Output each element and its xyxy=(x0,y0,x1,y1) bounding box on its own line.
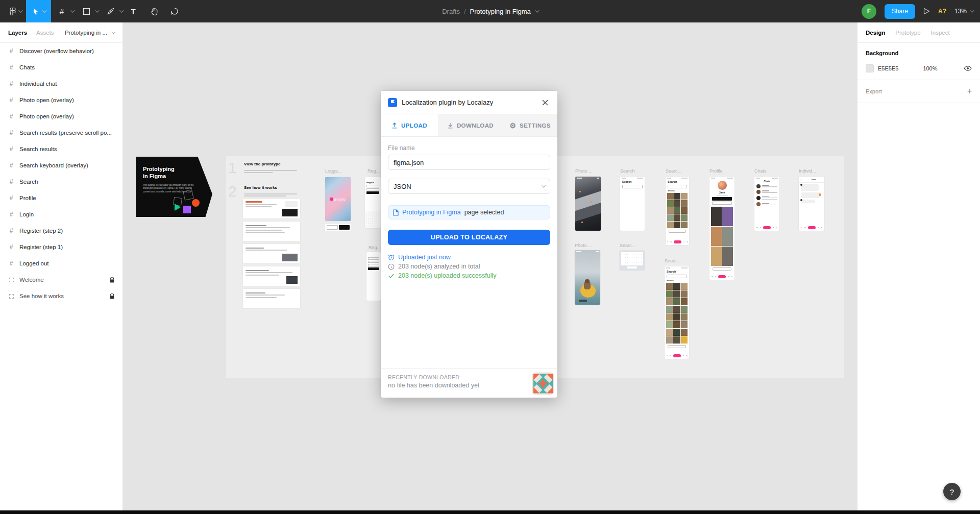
thumb-search-results[interactable]: Search Animals xyxy=(666,177,689,245)
layer-row[interactable]: See how it works xyxy=(0,288,122,304)
layer-row[interactable]: #Individual chat xyxy=(0,76,122,92)
frame-label[interactable]: Individ... xyxy=(799,168,816,174)
layer-row[interactable]: #Search keyboard (overlay) xyxy=(0,157,122,174)
layer-row[interactable]: #Discover (overflow behavior) xyxy=(0,43,122,59)
frame-icon: # xyxy=(8,243,14,251)
share-button[interactable]: Share xyxy=(885,4,915,19)
mini-bottom-nav xyxy=(709,275,734,279)
layer-row[interactable]: #Chats xyxy=(0,59,122,76)
tab-assets[interactable]: Assets xyxy=(36,30,54,36)
mini-chat-header: ‹Jane xyxy=(799,177,824,183)
frame-label[interactable]: Searc... xyxy=(666,168,681,174)
frame-label[interactable]: Reg... xyxy=(368,168,380,174)
present-play-icon[interactable] xyxy=(923,8,930,15)
mini-chat-row xyxy=(754,183,779,188)
lock-icon[interactable] xyxy=(110,277,114,283)
layer-row[interactable]: #Register (step 2) xyxy=(0,223,122,239)
thumb-profile[interactable]: Jane xyxy=(709,177,734,280)
layer-row[interactable]: #Logged out xyxy=(0,255,122,272)
background-section: Background E5E5E5 100% xyxy=(857,43,980,80)
background-opacity-value[interactable]: 100% xyxy=(923,65,937,71)
layer-row[interactable]: #Search results xyxy=(0,141,122,157)
lock-icon[interactable] xyxy=(110,293,114,299)
frame-label[interactable]: Photo ... xyxy=(575,243,592,248)
page-selected-link[interactable]: Prototyping in Figma xyxy=(402,209,461,216)
thumb-individual-chat[interactable]: ‹Jane xyxy=(799,177,824,231)
add-export-button[interactable]: + xyxy=(967,87,972,95)
layer-row[interactable]: #Photo open (overlay) xyxy=(0,108,122,125)
user-avatar[interactable]: F xyxy=(862,4,876,19)
tab-upload[interactable]: UPLOAD xyxy=(381,114,438,136)
step-1-body-placeholder xyxy=(244,168,297,175)
help-button[interactable]: ? xyxy=(943,483,961,500)
missing-fonts-badge[interactable]: A? xyxy=(938,8,946,15)
orange-circle-shape xyxy=(192,199,200,207)
background-hex-value[interactable]: E5E5E5 xyxy=(878,65,898,71)
localazy-mascot-tile[interactable] xyxy=(528,369,557,398)
thumb-photo-open-1[interactable] xyxy=(575,177,601,231)
thumb-search-empty[interactable]: Search xyxy=(620,177,645,231)
thumb-welcome-buttons[interactable] xyxy=(325,224,351,231)
step-2-title: See how it works xyxy=(244,185,277,190)
layer-row[interactable]: #Profile xyxy=(0,190,122,206)
tab-settings[interactable]: ⚙ SETTINGS xyxy=(503,114,557,136)
background-color-swatch[interactable] xyxy=(866,64,874,72)
tab-download[interactable]: DOWNLOAD xyxy=(438,114,503,136)
zoom-level-control[interactable]: 13% xyxy=(954,8,973,15)
frame-icon: # xyxy=(8,47,14,55)
thumb-search-keyboard[interactable] xyxy=(620,251,645,271)
mini-message-button xyxy=(712,202,732,205)
close-button[interactable] xyxy=(540,97,550,108)
breadcrumb-file-name[interactable]: Prototyping in Figma xyxy=(470,8,531,15)
tab-layers[interactable]: Layers xyxy=(8,30,27,36)
intro-card[interactable]: Prototypingin Figma This tutorial file w… xyxy=(136,157,212,217)
file-menu-chevron-icon[interactable] xyxy=(535,8,539,12)
layer-row[interactable]: #Photo open (overlay) xyxy=(0,92,122,108)
frame-label[interactable]: Profile xyxy=(709,168,723,174)
frame-label[interactable]: Searc... xyxy=(620,243,635,248)
thumb-logged-out[interactable]: photo xyxy=(325,177,351,221)
layer-row[interactable]: #Register (step 1) xyxy=(0,239,122,255)
format-select[interactable]: JSON xyxy=(388,179,550,194)
thumb-photo-open-2[interactable] xyxy=(575,250,600,305)
page-selector[interactable]: Prototyping in ... xyxy=(65,30,114,36)
upload-to-localazy-button[interactable]: UPLOAD TO LOCALAZY xyxy=(388,230,550,245)
layer-row[interactable]: Welcome xyxy=(0,272,122,288)
visibility-eye-icon[interactable] xyxy=(964,66,972,71)
properties-panel: Design Prototype Inspect Background E5E5… xyxy=(857,22,980,514)
breadcrumb-folder[interactable]: Drafts xyxy=(442,8,460,15)
page-selected-suffix: page selected xyxy=(464,209,504,216)
dialog-header[interactable]: Localization plugin by Localazy xyxy=(381,91,557,114)
frame-icon: # xyxy=(8,211,14,218)
frame-label[interactable]: Logge... xyxy=(325,168,342,174)
layer-row[interactable]: #Search xyxy=(0,174,122,190)
layer-row[interactable]: #Login xyxy=(0,206,122,223)
layer-row[interactable]: #Search results (preserve scroll po... xyxy=(0,125,122,141)
thumb-register-step1[interactable] xyxy=(366,252,381,301)
tab-inspect[interactable]: Inspect xyxy=(931,30,950,36)
recently-downloaded-title: RECENTLY DOWNLOADED xyxy=(388,374,521,380)
step-1-number: 1 xyxy=(228,159,237,177)
layer-name: Register (step 2) xyxy=(19,228,63,234)
layer-name: Search xyxy=(19,179,38,185)
mini-bottom-nav xyxy=(799,226,824,230)
frame-icon: # xyxy=(8,227,14,234)
tab-design[interactable]: Design xyxy=(866,30,885,36)
frame-label[interactable]: Reg... xyxy=(369,245,381,250)
frame-label[interactable]: Search xyxy=(620,168,635,174)
tab-prototype[interactable]: Prototype xyxy=(895,30,920,36)
file-name-input[interactable] xyxy=(388,155,550,170)
breadcrumb: Drafts / Prototyping in Figma xyxy=(0,0,980,22)
frame-label[interactable]: Chats xyxy=(754,168,767,174)
intro-title-line1: Prototyping xyxy=(143,166,175,172)
background-section-title: Background xyxy=(866,50,972,56)
thumb-register-step2[interactable]: Registr xyxy=(365,177,381,228)
tutorial-screenshot-card xyxy=(243,199,300,218)
layer-name: Logged out xyxy=(19,260,49,266)
dialog-tabs: UPLOAD DOWNLOAD ⚙ SETTINGS xyxy=(381,114,557,137)
upload-status-list: Uploaded just now 203 node(s) analyzed i… xyxy=(388,253,550,280)
frame-label[interactable]: Photo ... xyxy=(575,168,593,174)
thumb-search-results-tall[interactable]: Search Animals xyxy=(665,266,689,359)
frame-label[interactable]: Searc... xyxy=(665,258,680,263)
thumb-chats[interactable]: Chats xyxy=(754,177,779,231)
